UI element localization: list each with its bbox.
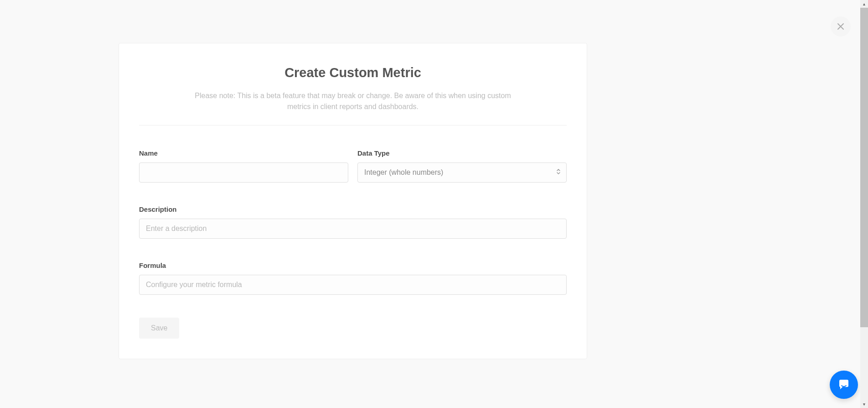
formula-input[interactable] [139,275,567,295]
datatype-select[interactable]: Integer (whole numbers) [357,162,567,183]
save-button[interactable]: Save [139,318,179,339]
form-group-formula: Formula [139,262,567,295]
modal-subtitle: Please note: This is a beta feature that… [189,90,517,112]
modal-title: Create Custom Metric [139,65,567,80]
modal-card: Create Custom Metric Please note: This i… [119,43,587,359]
form-group-name: Name [139,149,348,183]
formula-label: Formula [139,262,567,269]
chat-icon [837,377,851,392]
close-icon [835,21,846,32]
close-button[interactable] [831,16,851,37]
datatype-select-wrapper[interactable]: Integer (whole numbers) [357,162,567,183]
scrollbar-track[interactable]: ▴ ▾ [860,0,868,408]
form-row-name-type: Name Data Type Integer (whole numbers) [139,149,567,183]
form-group-datatype: Data Type Integer (whole numbers) [357,149,567,183]
name-input[interactable] [139,162,348,183]
modal-container: Create Custom Metric Please note: This i… [0,0,868,408]
name-label: Name [139,149,348,157]
scrollbar-thumb[interactable] [860,8,868,327]
scrollbar-arrow-up-icon[interactable]: ▴ [860,0,868,8]
chat-widget-button[interactable] [830,371,858,399]
modal-header: Create Custom Metric Please note: This i… [139,65,567,126]
description-input[interactable] [139,219,567,239]
datatype-label: Data Type [357,149,567,157]
scrollbar-arrow-down-icon[interactable]: ▾ [860,400,868,408]
datatype-selected-value: Integer (whole numbers) [364,168,443,177]
description-label: Description [139,205,567,213]
form-group-description: Description [139,205,567,239]
